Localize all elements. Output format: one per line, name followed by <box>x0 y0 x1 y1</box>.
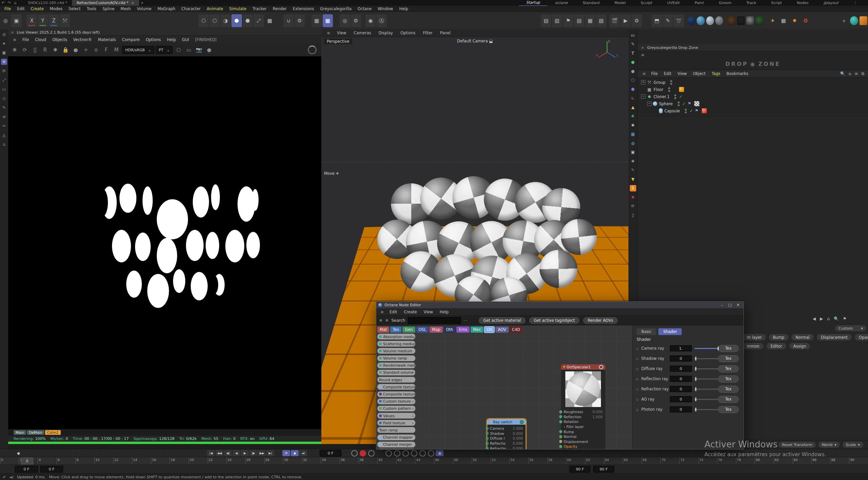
tree-row-group[interactable]: +⤱Group <box>638 79 868 86</box>
orange-box-icon[interactable] <box>860 16 867 25</box>
ruler-tick[interactable]: 40 <box>377 457 396 465</box>
palette-icon[interactable]: ✖ <box>630 194 636 200</box>
node-pill[interactable]: Composite texture <box>377 391 415 397</box>
layout-tab-model[interactable]: Model <box>607 0 633 6</box>
find-icon[interactable]: ◎ <box>0 14 11 27</box>
vp-menu-view[interactable]: View <box>334 31 350 35</box>
transport-button[interactable]: |▶ <box>249 450 257 456</box>
tex-button[interactable]: Tex <box>718 386 739 393</box>
transport-button[interactable]: ▶ <box>241 450 249 456</box>
ruler-tick[interactable]: 64 <box>604 457 623 465</box>
document-tab[interactable]: RefractionCustomAOV.c4d *× <box>72 0 139 6</box>
grid-snap-icon[interactable]: ▦ <box>323 14 333 27</box>
custom-dropdown[interactable]: Custom▾ <box>835 325 866 331</box>
lv-display-icon[interactable]: ▭ <box>184 45 193 54</box>
render-marker-icon[interactable]: ▤ <box>574 14 584 27</box>
am-nav-icon[interactable]: ⌂ <box>827 316 830 321</box>
category-tab-mat[interactable]: Mat <box>377 327 389 333</box>
undo-icon[interactable]: ↶ <box>0 1 6 5</box>
category-tab-gen[interactable]: Gen <box>402 327 415 333</box>
editor-tab[interactable]: Editor <box>767 343 786 349</box>
ruler-tick[interactable]: 24 <box>226 457 245 465</box>
coord-scale[interactable]: Scale▾ <box>843 442 863 448</box>
modeling-mode-icon[interactable]: ⬡ <box>209 14 220 27</box>
tree-row-sphere[interactable]: −Sphere✓⚑ <box>638 100 868 107</box>
lv-menu-cloud[interactable]: Cloud <box>32 37 49 42</box>
toggle-button[interactable]: ◄) <box>299 450 307 456</box>
menu-spline[interactable]: Spline <box>99 6 117 11</box>
transport-button[interactable]: ▶| <box>266 450 274 456</box>
ruler-tick[interactable]: 4 <box>38 457 57 465</box>
layout-tab-groom[interactable]: Groom <box>711 0 739 6</box>
palette-icon[interactable]: ✱ <box>630 122 636 128</box>
enabled-check-icon[interactable]: ✓ <box>690 108 693 113</box>
palette-icon[interactable]: ▦ <box>630 131 636 137</box>
node-output-port[interactable] <box>599 365 603 369</box>
render-icon[interactable]: ⚙ <box>631 14 642 27</box>
menu-create[interactable]: Create <box>28 6 47 11</box>
ruler-tick[interactable]: 18 <box>170 457 189 465</box>
axis-modify-icon[interactable]: ⤢ <box>253 14 264 27</box>
target-icon[interactable]: ◉ <box>365 14 376 27</box>
grid-icon[interactable]: ▦ <box>312 14 322 27</box>
param-value-field[interactable]: 0 <box>670 366 692 372</box>
menu-help[interactable]: Help <box>396 6 411 11</box>
create-object-icon[interactable]: ➰ <box>674 14 684 27</box>
magnet-snap-icon[interactable]: ∪ <box>283 14 294 27</box>
om-menu-view[interactable]: View <box>675 71 690 76</box>
ruler-tick[interactable]: 10 <box>94 457 113 465</box>
search-input[interactable] <box>408 317 461 324</box>
category-tab-aov[interactable]: AOV <box>495 327 508 333</box>
coord-reset-transform[interactable]: Reset Transform <box>779 442 816 448</box>
channel-tab[interactable]: Displacement <box>817 334 852 340</box>
om-menu-file[interactable]: File <box>648 71 660 76</box>
layout-tab-sculpt[interactable]: Sculpt <box>633 0 660 6</box>
maximize-icon[interactable]: ▢ <box>727 303 733 307</box>
transport-button[interactable]: |◀ <box>207 450 215 456</box>
ruler-tick[interactable]: 26 <box>245 457 264 465</box>
texture-thumbnail[interactable] <box>746 16 754 25</box>
ruler-tick[interactable]: 50 <box>472 457 491 465</box>
tool-icon[interactable]: ▣ <box>1 50 7 56</box>
specular-material-node[interactable]: ▼ OctSpecular1 Roughness0.000Reflection1… <box>561 364 605 449</box>
palette-icon[interactable]: ▣ <box>630 149 636 155</box>
render-aovs-button[interactable]: Render AOVs <box>583 317 618 324</box>
ne-menu-view[interactable]: View <box>421 310 436 314</box>
ruler-tick[interactable]: 70 <box>660 457 679 465</box>
ruler-tick[interactable]: 54 <box>509 457 528 465</box>
category-tab-mec[interactable]: Mec <box>471 327 483 333</box>
vp-menu-display[interactable]: Display <box>375 31 396 35</box>
category-tab-osl[interactable]: OSL <box>416 327 429 333</box>
checker-tag[interactable] <box>694 101 699 106</box>
render-marker-icon[interactable]: ⚑ <box>563 14 573 27</box>
palette-icon[interactable]: ◍ <box>630 140 636 146</box>
coord-world[interactable]: World▾ <box>818 442 840 448</box>
am-nav-icon[interactable]: 🔍 <box>834 316 839 321</box>
snap-settings-icon[interactable]: ⚙ <box>295 14 305 27</box>
render-marker-icon[interactable]: ▥ <box>552 14 562 27</box>
menu-tracker[interactable]: Tracker <box>249 6 270 11</box>
tool-icon[interactable]: ✎ <box>1 105 7 111</box>
ruler-tick[interactable]: 58 <box>547 457 566 465</box>
menu-octane[interactable]: Octane <box>355 6 375 11</box>
node-graph-canvas[interactable]: ▼ Ray switch Camera1.000Shadow0.000Diffu… <box>414 326 633 449</box>
modeling-mode-icon[interactable]: ◑ <box>221 14 231 27</box>
auto-icon[interactable]: Ⓐ <box>376 14 386 27</box>
category-tab-ems[interactable]: Ems <box>456 327 469 333</box>
hamburger-icon[interactable]: ≡ <box>378 310 386 314</box>
render-icon[interactable]: ▶ <box>621 14 631 27</box>
param-slider[interactable] <box>695 389 718 390</box>
record-active-icon[interactable] <box>360 450 366 457</box>
tree-row-capsule[interactable]: Capsule✓⚑ <box>638 107 868 114</box>
lv-menu-file[interactable]: File <box>20 37 32 42</box>
layer-dots[interactable] <box>685 109 687 113</box>
om-menu-object[interactable]: Object <box>690 71 708 76</box>
palette-icon[interactable]: ▭ <box>630 32 636 38</box>
tool-icon[interactable]: ➤ <box>1 40 7 47</box>
ruler-tick[interactable]: 74 <box>698 457 717 465</box>
gear-hex-icon[interactable]: ⚙ <box>351 14 361 27</box>
am-nav-icon[interactable]: ⚑ <box>843 316 847 321</box>
node-pill[interactable]: Volume medium <box>377 348 415 354</box>
layout-tab-standard[interactable]: Standard <box>575 0 607 6</box>
autokey-grid-icon[interactable]: ▦ <box>436 450 444 456</box>
